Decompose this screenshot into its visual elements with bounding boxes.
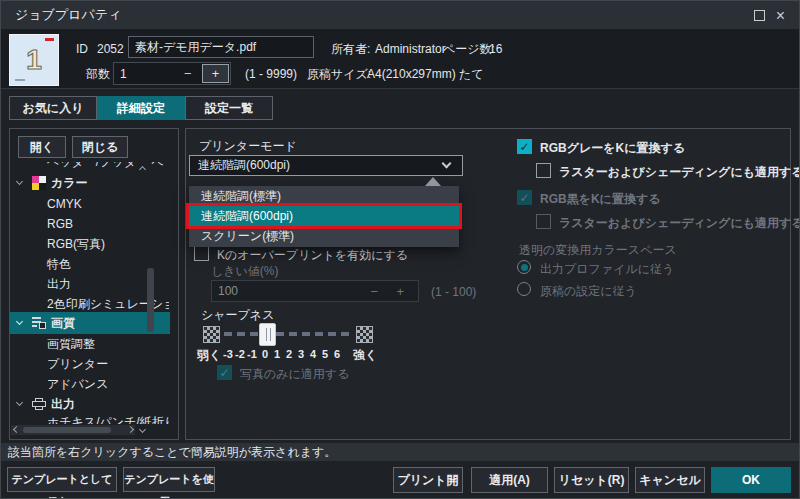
save-template-button[interactable]: テンプレートとして保存... (7, 467, 117, 492)
sharpness-strong-label: 強く (353, 348, 377, 362)
apply-button[interactable]: 適用(A) (471, 467, 548, 493)
sharpness-weak-icon (203, 326, 220, 343)
rgb-black-to-k-checkbox: ✓ (517, 190, 532, 205)
sharpness-strong-icon (356, 326, 373, 343)
thumbnail-footer-mark (15, 79, 25, 81)
printer-icon (32, 398, 46, 410)
threshold-input (212, 281, 332, 301)
sharpness-weak-label: 弱く (197, 348, 221, 362)
owner-value: Administrator (375, 42, 446, 56)
chevron-down-icon (16, 318, 23, 325)
tree-item-printer[interactable]: プリンター (11, 354, 169, 374)
radio-output-profile-label: 出力プロファイルに従う (540, 262, 674, 276)
tree-item-output-color[interactable]: 出力 (11, 274, 169, 294)
chevron-down-icon (442, 159, 452, 169)
job-name-input[interactable] (128, 36, 314, 58)
sharpness-label: シャープネス (201, 308, 274, 322)
dropdown-option-screen-standard[interactable]: スクリーン(標準) (189, 226, 459, 246)
tree-item-2color-simulation[interactable]: 2色印刷シミュレーション (11, 294, 169, 314)
chevron-down-icon (16, 399, 23, 406)
tab-favorites[interactable]: お気に入り (9, 96, 97, 120)
radio-document-setting (517, 282, 531, 296)
radio-output-profile (517, 260, 531, 274)
cancel-button[interactable]: キャンセル(C) (635, 467, 705, 493)
pages-value: 16 (489, 42, 502, 56)
threshold-decrement-button: − (370, 284, 378, 299)
tree-item-clipped-top[interactable]: ヘッダー/フッター ページ (11, 162, 169, 172)
rgb-black-to-k-label: RGB黒をKに置換する (540, 192, 660, 206)
reset-button[interactable]: リセット(R) (554, 467, 629, 493)
tree-group-output[interactable]: 出力 (11, 394, 169, 414)
sharpness-tick: 6 (329, 348, 345, 360)
print-start-button[interactable]: プリント開始 (393, 467, 463, 493)
tree-item-advanced[interactable]: アドバンス (11, 374, 169, 394)
rgb-gray-to-k-checkbox[interactable]: ✓ (517, 139, 532, 154)
collapse-all-button[interactable]: 閉じる (72, 136, 128, 158)
rgb-gray-raster-label: ラスターおよびシェーディングにも適用する (559, 165, 800, 179)
tab-detailed-settings[interactable]: 詳細設定 (97, 96, 185, 120)
tree-item-spot-color[interactable]: 特色 (11, 254, 169, 274)
pages-label: ページ数: (443, 42, 495, 56)
rgb-gray-to-k-label: RGBグレーをKに置換する (540, 141, 685, 155)
tree-item-cmyk[interactable]: CMYK (11, 194, 169, 214)
tab-settings-list[interactable]: 設定一覧 (185, 96, 273, 120)
rgb-gray-raster-checkbox[interactable] (536, 163, 551, 178)
tree-item-clipped-bottom[interactable]: ホチキス/パンチ/紙折り (11, 414, 169, 424)
threshold-increment-button: + (396, 284, 404, 299)
vertical-scrollbar-thumb[interactable] (147, 268, 154, 332)
copies-increment-button[interactable]: + (202, 64, 229, 83)
ok-button[interactable]: OK (711, 467, 791, 493)
printer-mode-label: プリンターモード (199, 139, 297, 153)
copies-stepper: − + (113, 62, 231, 85)
color-icon (32, 176, 46, 190)
radio-document-setting-label: 原稿の設定に従う (540, 284, 637, 298)
threshold-label: しきい値(%) (211, 264, 279, 278)
photo-only-label: 写真のみに適用する (240, 367, 349, 381)
tree-item-rgb[interactable]: RGB (11, 214, 169, 234)
tree-item-rgb-photo[interactable]: RGB(写真) (11, 234, 169, 254)
expand-all-button[interactable]: 開く (18, 136, 66, 158)
sharpness-slider-track[interactable] (224, 332, 353, 336)
tree-item-quality-adjust[interactable]: 画質調整 (11, 334, 169, 354)
maximize-icon[interactable] (754, 10, 765, 21)
close-icon[interactable]: × (774, 9, 787, 22)
job-id-label: ID (76, 42, 88, 56)
rgb-black-raster-checkbox (536, 214, 551, 229)
copies-range: (1 - 9999) (245, 67, 297, 81)
k-overprint-checkbox[interactable] (194, 246, 209, 261)
job-id-value: 2052 (97, 42, 124, 56)
tree-group-image-quality[interactable]: 画質 (10, 312, 170, 334)
chevron-down-icon (16, 178, 23, 185)
page-thumbnail: 1 (9, 34, 59, 86)
status-bar: 該当箇所を右クリックすることで簡易説明が表示されます。 (1, 443, 800, 461)
rgb-black-raster-label: ラスターおよびシェーディングにも適用する (559, 216, 800, 230)
threshold-range: (1 - 100) (431, 285, 476, 299)
copies-input[interactable] (114, 63, 172, 84)
printer-mode-combobox[interactable]: 連続階調(600dpi) (189, 155, 463, 176)
threshold-stepper: − + (211, 280, 419, 302)
transparency-colorspace-label: 透明の変換用カラースペース (519, 243, 677, 257)
dialog-title: ジョブプロパティ (15, 8, 121, 22)
red-highlight-annotation (186, 203, 462, 229)
dropdown-notch (425, 177, 441, 186)
job-properties-dialog: ジョブプロパティ × 1 ID 2052 所有者: Administrator … (0, 0, 800, 499)
copies-label: 部数 (86, 67, 110, 81)
copies-decrement-button[interactable]: − (184, 66, 192, 81)
doc-size-label: 原稿サイズ: (307, 67, 371, 81)
k-overprint-label: Kのオーバープリントを有効にする (217, 248, 408, 262)
thumbnail-logo-mark (45, 38, 54, 41)
doc-size-value: A4(210x297mm) たて (367, 67, 484, 81)
horizontal-scrollbar-thumb[interactable] (23, 427, 111, 433)
horizontal-scrollbar-track[interactable] (11, 425, 135, 435)
sharpness-slider-handle[interactable] (259, 323, 276, 346)
use-template-button[interactable]: テンプレートを使用... (123, 467, 215, 492)
thumbnail-page-number: 1 (10, 44, 58, 76)
image-quality-icon (32, 316, 46, 330)
tree-group-color[interactable]: カラー (11, 173, 169, 194)
owner-label: 所有者: (331, 42, 370, 56)
photo-only-checkbox: ✓ (217, 365, 232, 380)
